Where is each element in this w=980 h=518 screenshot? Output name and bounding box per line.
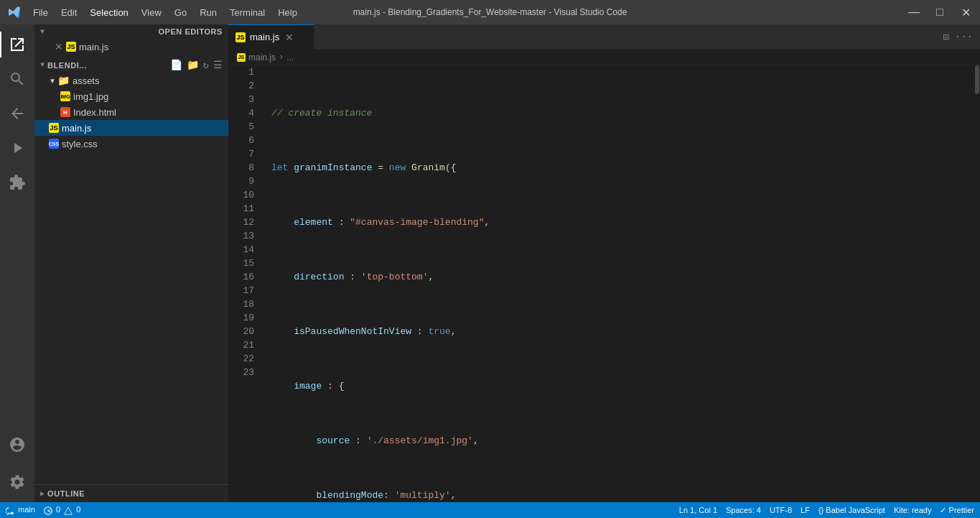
code-line-2: let granimInstance = new Granim ({ xyxy=(271,161,973,175)
stylecss-file[interactable]: CSS style.css xyxy=(34,136,228,152)
code-indent8 xyxy=(271,489,316,502)
assets-folder-arrow: ▼ xyxy=(49,77,56,85)
ln-16: 16 xyxy=(228,270,254,284)
open-editors-label: OPEN EDITORS xyxy=(158,27,223,36)
line-numbers: 1 2 3 4 5 6 7 8 9 10 11 12 13 14 15 16 1… xyxy=(228,65,263,502)
ln-13: 13 xyxy=(228,229,254,243)
ln-11: 11 xyxy=(228,202,254,216)
activity-run[interactable] xyxy=(0,131,34,165)
status-bar: main ✕ 0 0 Ln 1, Col 1 Spaces: 4 UTF-8 L… xyxy=(0,502,980,518)
status-eol[interactable]: LF xyxy=(801,506,810,514)
stylecss-icon: CSS xyxy=(49,139,59,149)
status-position[interactable]: Ln 1, Col 1 xyxy=(679,506,717,514)
ln-21: 21 xyxy=(228,338,254,352)
status-spaces[interactable]: Spaces: 4 xyxy=(726,506,761,514)
new-file-icon[interactable]: 📄 xyxy=(170,59,182,71)
status-language[interactable]: {} Babel JavaScript xyxy=(818,506,885,514)
menu-bar: File Edit Selection View Go Run Terminal… xyxy=(33,7,297,18)
menu-view[interactable]: View xyxy=(141,7,162,18)
ln-1: 1 xyxy=(228,65,254,79)
ln-3: 3 xyxy=(228,93,254,106)
explorer-title[interactable]: ▼ BLENDI... xyxy=(40,61,87,70)
code-prop-source: source xyxy=(316,434,350,448)
refresh-icon[interactable]: ↻ xyxy=(203,59,209,71)
breadcrumb-sep: › xyxy=(279,52,284,63)
activity-settings[interactable] xyxy=(0,465,34,499)
ln-18: 18 xyxy=(228,297,254,311)
code-line-6: image : { xyxy=(271,379,973,393)
activity-source-control[interactable] xyxy=(0,96,34,131)
menu-terminal[interactable]: Terminal xyxy=(230,7,265,18)
new-folder-icon[interactable]: 📁 xyxy=(187,59,199,71)
sidebar: ▼ OPEN EDITORS ✕ JS main.js ▼ BLENDI... … xyxy=(34,24,228,502)
tab-close-icon[interactable]: ✕ xyxy=(285,32,294,43)
code-comma3: , xyxy=(484,216,490,229)
explorer-toolbar: 📄 📁 ↻ ☰ xyxy=(170,59,223,71)
close-button[interactable]: ✕ xyxy=(958,6,973,19)
assets-folder[interactable]: ▼ 📁 assets xyxy=(34,73,228,88)
code-bool-true: true xyxy=(428,325,450,338)
img1-file[interactable]: IMG img1.jpg xyxy=(34,88,228,104)
activity-extensions[interactable] xyxy=(0,165,34,200)
ln-23: 23 xyxy=(228,366,254,379)
breadcrumb-symbol[interactable]: ... xyxy=(286,52,294,63)
activity-account[interactable] xyxy=(0,427,34,462)
editor-scrollbar[interactable] xyxy=(973,65,980,502)
index-file-icon: H xyxy=(60,107,70,117)
index-file[interactable]: H Index.html xyxy=(34,104,228,120)
menu-selection[interactable]: Selection xyxy=(90,7,128,18)
img1-label: img1.jpg xyxy=(73,91,108,102)
menu-file[interactable]: File xyxy=(33,7,48,18)
code-prop-element: element xyxy=(294,216,333,229)
mainjs-file[interactable]: JS main.js xyxy=(34,120,228,136)
ln-6: 6 xyxy=(228,134,254,147)
window-controls: — □ ✕ xyxy=(907,6,973,19)
code-comma5: , xyxy=(451,325,457,338)
status-branch[interactable]: main xyxy=(6,505,35,514)
more-actions-button[interactable]: ··· xyxy=(953,29,974,44)
code-comma4: , xyxy=(428,270,434,284)
open-editors-arrow: ▼ xyxy=(40,28,45,36)
code-space xyxy=(288,161,294,175)
ln-5: 5 xyxy=(228,120,254,134)
status-encoding[interactable]: UTF-8 xyxy=(770,506,792,514)
code-content[interactable]: // create instance let granimInstance = … xyxy=(263,65,973,502)
code-comma7: , xyxy=(473,434,479,448)
img1-file-icon: IMG xyxy=(60,91,70,101)
breadcrumb-filename[interactable]: main.js xyxy=(248,52,276,63)
code-line-7: source : './assets/img1.jpg' , xyxy=(271,434,973,448)
menu-go[interactable]: Go xyxy=(174,7,187,18)
menu-help[interactable]: Help xyxy=(278,7,297,18)
activity-search[interactable] xyxy=(0,62,34,96)
maximize-button[interactable]: □ xyxy=(933,6,947,19)
tab-mainjs[interactable]: JS main.js ✕ xyxy=(228,24,314,50)
breadcrumb: JS main.js › ... xyxy=(228,50,980,65)
close-editor-icon[interactable]: ✕ xyxy=(55,41,63,52)
outline-header[interactable]: ▶ OUTLINE xyxy=(34,484,228,502)
code-sp2 xyxy=(406,161,411,175)
status-prettier[interactable]: ✓ Prettier xyxy=(940,506,974,515)
code-eq: = xyxy=(372,161,388,175)
ln-8: 8 xyxy=(228,161,254,175)
menu-run[interactable]: Run xyxy=(200,7,217,18)
open-editors-header[interactable]: ▼ OPEN EDITORS xyxy=(34,24,228,39)
code-colon6: : { xyxy=(322,379,344,393)
activity-explorer[interactable] xyxy=(0,27,34,62)
ln-9: 9 xyxy=(228,175,254,188)
outline-label: OUTLINE xyxy=(47,489,85,498)
split-editor-button[interactable]: ⊡ xyxy=(941,29,950,45)
status-kite[interactable]: Kite: ready xyxy=(894,506,932,514)
scrollbar-thumb[interactable] xyxy=(975,65,979,94)
minimize-button[interactable]: — xyxy=(907,6,921,19)
code-kw-let: let xyxy=(271,161,288,175)
open-editor-mainjs[interactable]: ✕ JS main.js xyxy=(34,39,228,55)
title-bar-left: File Edit Selection View Go Run Terminal… xyxy=(7,5,297,19)
code-string-dir: 'top-bottom' xyxy=(361,270,429,284)
code-string-element: "#canvas-image-blending" xyxy=(350,216,484,229)
menu-edit[interactable]: Edit xyxy=(61,7,77,18)
code-var: granimInstance xyxy=(294,161,372,175)
collapse-all-icon[interactable]: ☰ xyxy=(213,59,223,71)
ln-4: 4 xyxy=(228,106,254,120)
status-errors[interactable]: ✕ 0 0 xyxy=(44,505,80,514)
ln-12: 12 xyxy=(228,216,254,229)
